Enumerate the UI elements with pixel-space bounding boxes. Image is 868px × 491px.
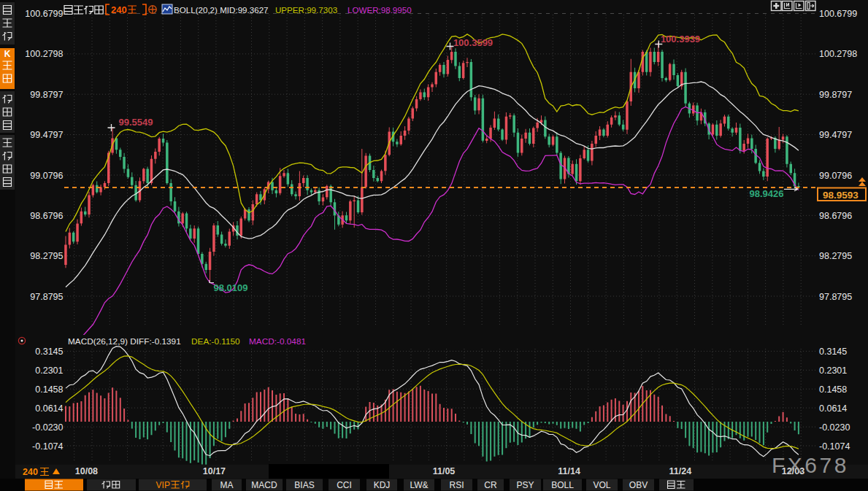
svg-text:11/14: 11/14: [558, 466, 580, 476]
svg-text:98.6796: 98.6796: [819, 211, 852, 221]
svg-text:99.5549: 99.5549: [119, 117, 153, 128]
svg-text:CCI: CCI: [337, 480, 352, 490]
svg-text:100.2798: 100.2798: [25, 49, 63, 59]
svg-text:0.3145: 0.3145: [35, 347, 63, 357]
svg-text:240: 240: [111, 4, 127, 15]
svg-text:98.2795: 98.2795: [819, 251, 852, 261]
svg-text:-0.0230: -0.0230: [32, 422, 63, 433]
svg-text:98.9593: 98.9593: [823, 190, 859, 201]
svg-text:0.0614: 0.0614: [819, 403, 847, 414]
svg-text:0.1458: 0.1458: [819, 384, 847, 395]
svg-text:KDJ: KDJ: [374, 480, 391, 490]
svg-text:K: K: [4, 49, 11, 59]
svg-text:11/24: 11/24: [669, 466, 692, 476]
svg-text:99.8797: 99.8797: [30, 90, 63, 100]
svg-text:BIAS: BIAS: [294, 480, 314, 490]
svg-text:240: 240: [23, 467, 38, 477]
svg-text:RSI: RSI: [449, 480, 464, 490]
svg-text:10/17: 10/17: [203, 466, 226, 476]
svg-text:98.0109: 98.0109: [214, 282, 248, 293]
svg-text:11/05: 11/05: [433, 466, 456, 476]
svg-text:0.0614: 0.0614: [35, 403, 63, 414]
svg-text:MA: MA: [220, 480, 234, 490]
svg-text:99.0796: 99.0796: [819, 171, 852, 181]
svg-text:DEA:-0.1150: DEA:-0.1150: [191, 336, 240, 347]
svg-text:MACD: MACD: [251, 480, 277, 490]
svg-text:FX678: FX678: [772, 453, 849, 477]
svg-text:99.0796: 99.0796: [30, 171, 63, 181]
svg-text:CR: CR: [484, 480, 497, 490]
svg-text:BOLL(20,2) MID:99.3627: BOLL(20,2) MID:99.3627: [174, 5, 269, 15]
svg-text:LW&: LW&: [410, 480, 428, 490]
svg-text:98.9426: 98.9426: [750, 188, 784, 199]
svg-text:-0.0230: -0.0230: [819, 422, 850, 433]
svg-text:PSY: PSY: [516, 480, 534, 490]
svg-text:98.6796: 98.6796: [30, 211, 63, 221]
svg-text:98.2795: 98.2795: [30, 251, 63, 261]
svg-text:VOL: VOL: [593, 480, 610, 490]
svg-text:OBV: OBV: [629, 480, 648, 490]
svg-text:0.2301: 0.2301: [819, 366, 847, 376]
svg-text:100.6799: 100.6799: [25, 9, 63, 19]
svg-text:99.4797: 99.4797: [819, 130, 852, 140]
svg-text:99.4797: 99.4797: [30, 130, 63, 140]
svg-text:97.8795: 97.8795: [30, 292, 63, 302]
svg-text:99.8797: 99.8797: [819, 90, 852, 100]
svg-text:UPPER:99.7303: UPPER:99.7303: [275, 5, 337, 15]
svg-text:VIP: VIP: [156, 480, 170, 490]
svg-text:10/08: 10/08: [75, 466, 98, 476]
svg-text:0.2301: 0.2301: [35, 366, 63, 376]
svg-text:100.3599: 100.3599: [453, 37, 493, 48]
svg-text:100.6799: 100.6799: [819, 9, 857, 19]
svg-text:97.8795: 97.8795: [819, 292, 852, 302]
svg-text:-0.1074: -0.1074: [32, 441, 63, 452]
svg-text:0.1458: 0.1458: [35, 384, 63, 395]
svg-text:100.2798: 100.2798: [819, 49, 857, 59]
svg-text:MACD:-0.0481: MACD:-0.0481: [249, 336, 306, 347]
svg-text:BOLL: BOLL: [551, 480, 574, 490]
svg-text:MACD(26,12,9) DIFF:-0.1391: MACD(26,12,9) DIFF:-0.1391: [68, 336, 181, 347]
svg-text:-0.1074: -0.1074: [819, 441, 850, 452]
svg-text:0.3145: 0.3145: [819, 347, 847, 357]
svg-text:LOWER:98.9950: LOWER:98.9950: [347, 5, 412, 15]
svg-text:100.3939: 100.3939: [661, 34, 700, 45]
